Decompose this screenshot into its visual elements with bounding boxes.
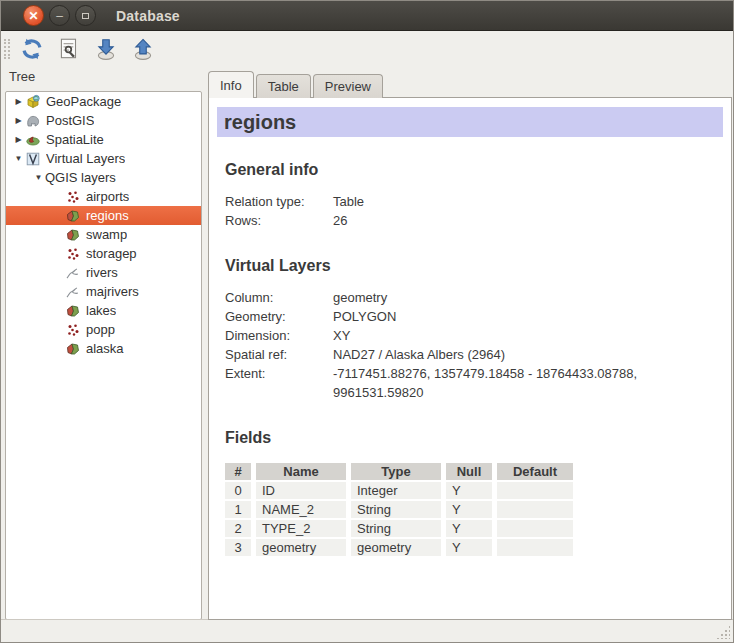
tree-item-geopackage[interactable]: ▶ GeoPackage	[6, 92, 201, 111]
maximize-icon	[82, 13, 89, 19]
fields-table-cell: Y	[446, 520, 492, 537]
virtual-layers-icon	[25, 151, 41, 167]
fields-table-header-row: #NameTypeNullDefault	[225, 463, 573, 480]
info-row-label: Geometry:	[225, 307, 333, 326]
tree-item-spatialite[interactable]: ▶ SpatiaLite	[6, 130, 201, 149]
expand-arrow-icon[interactable]: ▶	[12, 135, 25, 144]
fields-table-cell	[497, 539, 573, 556]
close-button[interactable]: ✕	[23, 5, 44, 26]
tree-panel: ▶ GeoPackage▶ PostGIS▶ SpatiaLite▼ Virtu…	[5, 91, 202, 620]
fields-table-cell: Y	[446, 482, 492, 499]
info-row-label: Spatial ref:	[225, 345, 333, 364]
info-row: Dimension:XY	[225, 326, 723, 345]
fields-table-cell: geometry	[256, 539, 346, 556]
toolbar	[1, 31, 733, 67]
fields-table-cell: 1	[225, 501, 251, 518]
fields-heading: Fields	[225, 429, 723, 447]
refresh-button[interactable]	[17, 34, 47, 64]
tree-item-alaska[interactable]: alaska	[6, 339, 201, 358]
fields-table-cell: ID	[256, 482, 346, 499]
tree-item-label: lakes	[86, 303, 116, 318]
virtual-layers-heading: Virtual Layers	[225, 257, 723, 275]
tree-item-rivers[interactable]: rivers	[6, 263, 201, 282]
maximize-button[interactable]	[75, 5, 96, 26]
virtual-layers-rows: Column:geometryGeometry:POLYGONDimension…	[225, 288, 723, 402]
tab-table[interactable]: Table	[256, 74, 311, 98]
tree-item-lakes[interactable]: lakes	[6, 301, 201, 320]
tree-item-regions[interactable]: regions	[6, 206, 201, 225]
tree-item-label: SpatiaLite	[46, 132, 104, 147]
resize-grip-icon[interactable]	[716, 625, 730, 639]
tree-item-virtual-layers[interactable]: ▼ Virtual Layers	[6, 149, 201, 168]
polygon-layer-icon	[65, 227, 81, 243]
info-row-label: Rows:	[225, 211, 333, 230]
export-icon	[130, 36, 156, 62]
tree-item-label: airports	[86, 189, 129, 204]
collapse-arrow-icon[interactable]: ▼	[32, 173, 45, 182]
tree-item-label: QGIS layers	[45, 170, 116, 185]
fields-table-cell: 2	[225, 520, 251, 537]
tree-item-label: alaska	[86, 341, 124, 356]
info-row: Spatial ref:NAD27 / Alaska Albers (2964)	[225, 345, 723, 364]
tree-item-label: storagep	[86, 246, 137, 261]
info-row: Extent:-7117451.88276, 1357479.18458 - 1…	[225, 364, 723, 402]
import-layer-button[interactable]	[91, 34, 121, 64]
point-layer-icon	[65, 246, 81, 262]
info-row: Relation type:Table	[225, 192, 723, 211]
point-layer-icon	[65, 189, 81, 205]
polygon-layer-icon	[65, 208, 81, 224]
tree-item-swamp[interactable]: swamp	[6, 225, 201, 244]
fields-table-cell: 3	[225, 539, 251, 556]
close-icon: ✕	[28, 10, 38, 22]
minimize-button[interactable]: –	[49, 5, 70, 26]
info-pane: regions General info Relation type:Table…	[208, 97, 732, 620]
window-title: Database	[116, 8, 180, 24]
tree-item-label: regions	[86, 208, 129, 223]
postgis-icon	[25, 113, 41, 129]
expand-arrow-icon[interactable]: ▶	[12, 116, 25, 125]
tree-item-airports[interactable]: airports	[6, 187, 201, 206]
tree-item-popp[interactable]: popp	[6, 320, 201, 339]
tree-item-qgis-layers[interactable]: ▼QGIS layers	[6, 168, 201, 187]
fields-table-cell: geometry	[351, 539, 441, 556]
info-row: Rows:26	[225, 211, 723, 230]
tree-item-label: swamp	[86, 227, 127, 242]
tree-item-label: Virtual Layers	[46, 151, 125, 166]
tree-panel-label: Tree	[9, 69, 35, 84]
sql-window-button[interactable]	[54, 34, 84, 64]
tree-item-label: popp	[86, 322, 115, 337]
fields-table-row: 2TYPE_2StringY	[225, 520, 573, 537]
info-row-value: Table	[333, 192, 675, 211]
fields-column-header: Type	[351, 463, 441, 480]
fields-table-cell: Y	[446, 539, 492, 556]
spatialite-icon	[25, 132, 41, 148]
fields-table: #NameTypeNullDefault 0IDIntegerY 1NAME_2…	[220, 461, 578, 558]
polygon-layer-icon	[65, 341, 81, 357]
info-row-value: POLYGON	[333, 307, 675, 326]
info-row-label: Column:	[225, 288, 333, 307]
info-row: Column:geometry	[225, 288, 723, 307]
minimize-icon: –	[56, 10, 63, 22]
fields-table-cell: Y	[446, 501, 492, 518]
tab-preview[interactable]: Preview	[313, 74, 383, 98]
tree-item-storagep[interactable]: storagep	[6, 244, 201, 263]
fields-table-cell	[497, 482, 573, 499]
collapse-arrow-icon[interactable]: ▼	[12, 154, 25, 163]
export-layer-button[interactable]	[128, 34, 158, 64]
info-row-label: Dimension:	[225, 326, 333, 345]
expand-arrow-icon[interactable]: ▶	[12, 97, 25, 106]
tree-item-postgis[interactable]: ▶ PostGIS	[6, 111, 201, 130]
tab-info[interactable]: Info	[208, 71, 254, 98]
titlebar[interactable]: ✕ – Database	[1, 1, 733, 31]
fields-table-row: 0IDIntegerY	[225, 482, 573, 499]
fields-table-cell: String	[351, 520, 441, 537]
line-layer-icon	[65, 284, 81, 300]
fields-table-row: 1NAME_2StringY	[225, 501, 573, 518]
status-bar	[1, 619, 733, 642]
database-window: ✕ – Database Tree ▶ GeoPackage▶ PostGIS▶…	[0, 0, 734, 643]
tree-item-majrivers[interactable]: majrivers	[6, 282, 201, 301]
fields-table-cell: 0	[225, 482, 251, 499]
table-name-banner: regions	[217, 107, 723, 137]
refresh-icon	[19, 36, 45, 62]
info-row-label: Relation type:	[225, 192, 333, 211]
